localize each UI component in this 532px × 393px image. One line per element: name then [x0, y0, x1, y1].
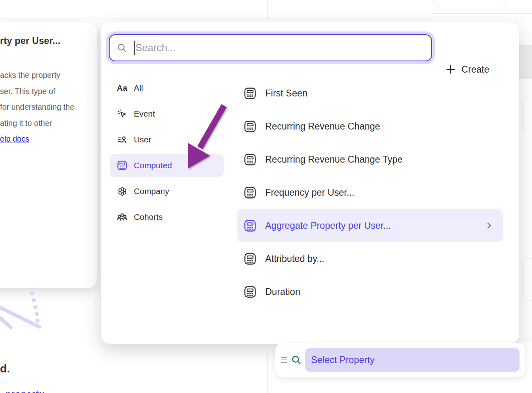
- text-format-icon: Aa: [117, 84, 128, 93]
- background-pill-button-partial: [433, 0, 507, 7]
- partial-sentence-text: d.: [0, 362, 10, 375]
- category-label: All: [134, 83, 143, 93]
- property-item-label: Attributed by...: [265, 253, 324, 264]
- category-tab-all[interactable]: Aa All: [110, 77, 224, 99]
- property-item-label: Aggregate Property per User...: [265, 220, 391, 231]
- background-divider-vertical-bottom: [267, 354, 268, 393]
- decorative-chart-lines: [0, 282, 52, 335]
- property-item-attributed-by[interactable]: Attributed by...: [237, 242, 503, 275]
- search-box[interactable]: [109, 34, 432, 61]
- category-tab-computed[interactable]: Computed: [110, 154, 224, 177]
- property-item-label: Recurring Revenue Change: [265, 121, 380, 132]
- property-item-first-seen[interactable]: First Seen: [237, 77, 503, 110]
- drag-handle-icon[interactable]: [281, 357, 287, 363]
- calculator-icon: [243, 252, 257, 265]
- background-divider-horizontal-right: [432, 13, 532, 14]
- event-cursor-icon: [117, 109, 127, 119]
- property-tooltip-card: rty per User... acks the property ser. T…: [0, 22, 97, 288]
- category-tab-company[interactable]: Company: [110, 180, 224, 203]
- modal-column-divider: [230, 75, 230, 343]
- create-button-label: Create: [461, 64, 489, 75]
- tooltip-body: acks the property ser. This type of for …: [0, 67, 74, 147]
- property-item-duration[interactable]: Duration: [237, 275, 503, 308]
- search-input[interactable]: [135, 42, 431, 54]
- cohorts-people-icon: [116, 211, 128, 223]
- user-list-icon: [117, 134, 127, 145]
- property-item-label: Duration: [265, 286, 300, 297]
- category-tab-cohorts[interactable]: Cohorts: [110, 206, 224, 228]
- select-property-label: Select Property: [311, 355, 374, 366]
- category-tab-event[interactable]: Event: [110, 102, 224, 125]
- tooltip-line: ser. This type of: [0, 84, 74, 100]
- property-item-label: First Seen: [265, 88, 308, 99]
- category-label: User: [134, 135, 151, 144]
- background-divider-horizontal-left: [0, 19, 432, 19]
- select-property-button[interactable]: Select Property: [305, 348, 520, 372]
- page-root: rty per User... acks the property ser. T…: [0, 0, 532, 393]
- plus-icon: [445, 64, 456, 75]
- background-faint-box: [522, 258, 532, 301]
- background-faint-box: [522, 97, 532, 133]
- calculator-icon: [243, 120, 257, 133]
- property-item-aggregate-property-per-user[interactable]: Aggregate Property per User...: [237, 209, 503, 242]
- property-item-label: Recurring Revenue Change Type: [265, 154, 403, 165]
- metric-row-card: Select Property: [275, 343, 525, 377]
- calculator-icon: [243, 219, 257, 232]
- property-item-label: Frequency per User...: [265, 187, 354, 198]
- clipped-link[interactable]: property: [6, 389, 62, 393]
- category-label: Computed: [134, 161, 172, 170]
- property-item-recurring-revenue-change-type[interactable]: Recurring Revenue Change Type: [237, 143, 503, 176]
- text-cursor: [134, 41, 135, 55]
- category-label: Company: [134, 186, 169, 196]
- tooltip-line: acks the property: [0, 67, 74, 84]
- property-item-frequency-per-user[interactable]: Frequency per User...: [237, 176, 503, 209]
- background-divider-vertical-top: [267, 0, 268, 19]
- calculator-icon: [116, 160, 128, 171]
- calculator-icon: [243, 87, 257, 100]
- calculator-icon: [243, 186, 257, 199]
- chevron-right-icon: [484, 221, 493, 230]
- category-tab-user[interactable]: User: [110, 128, 224, 151]
- company-cluster-icon: [117, 186, 128, 197]
- tooltip-line: ating it to other: [0, 115, 74, 132]
- background-gray-block: [519, 45, 532, 79]
- tooltip-title: rty per User...: [0, 36, 60, 46]
- calculator-icon: [243, 285, 257, 299]
- tooltip-line: for understanding the: [0, 99, 74, 115]
- category-label: Cohorts: [134, 212, 163, 222]
- search-icon: [117, 43, 127, 53]
- calculator-icon: [243, 153, 257, 166]
- help-docs-link[interactable]: elp docs: [0, 134, 29, 143]
- green-search-icon: [291, 355, 302, 366]
- property-item-recurring-revenue-change[interactable]: Recurring Revenue Change: [237, 110, 503, 143]
- clipped-link-text: property: [6, 389, 45, 393]
- category-label: Event: [134, 109, 155, 119]
- property-selector-modal: Create Aa All Event: [101, 22, 519, 344]
